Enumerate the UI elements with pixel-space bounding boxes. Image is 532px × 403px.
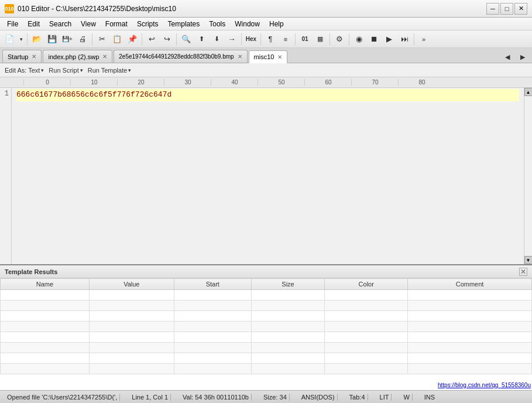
cell-3-4 bbox=[325, 322, 408, 332]
table-header-row: Name Value Start Size Color Comment bbox=[1, 279, 532, 290]
run-template-label: Run Template bbox=[88, 67, 128, 74]
cell-5-0 bbox=[1, 343, 90, 353]
minimize-button[interactable]: ─ bbox=[486, 3, 499, 15]
more-button[interactable]: » bbox=[417, 32, 431, 46]
copy-button[interactable]: 📋 bbox=[110, 32, 124, 46]
cell-6-0 bbox=[1, 353, 90, 364]
record-button[interactable]: ◉ bbox=[352, 32, 366, 46]
run-button[interactable]: ▶ bbox=[382, 32, 396, 46]
tab-misc10-close[interactable]: ✕ bbox=[277, 54, 282, 60]
print-button[interactable]: 🖨 bbox=[75, 32, 90, 46]
toolbar-sep-1 bbox=[27, 33, 28, 45]
toolbar-sep-3 bbox=[142, 33, 142, 45]
template-results-panel: Template Results ✕ Name Value Start Size… bbox=[0, 264, 532, 390]
edit-as-dropdown[interactable]: Edit As: Text ▾ bbox=[5, 67, 44, 74]
save-button[interactable]: 💾 bbox=[45, 32, 59, 46]
scroll-up-button[interactable]: ▲ bbox=[524, 88, 533, 96]
code-area[interactable]: 666c61677b68656c6c6f5f776f726c647d bbox=[12, 88, 524, 264]
cell-1-0 bbox=[1, 300, 90, 311]
paste-button[interactable]: 📌 bbox=[125, 32, 139, 46]
maximize-button[interactable]: □ bbox=[500, 3, 513, 15]
title-bar-controls: ─ □ ✕ bbox=[486, 3, 527, 15]
cell-6-3 bbox=[251, 353, 325, 364]
tab-misc10-label: misc10 bbox=[254, 53, 274, 60]
step-button[interactable]: ⏭ bbox=[397, 32, 411, 46]
tab-misc10[interactable]: misc10 ✕ bbox=[249, 50, 288, 63]
menu-scripts[interactable]: Scripts bbox=[132, 19, 163, 29]
menu-format[interactable]: Format bbox=[101, 19, 132, 29]
menu-search[interactable]: Search bbox=[44, 19, 76, 29]
find-prev-button[interactable]: ⬆ bbox=[194, 32, 208, 46]
code-line-1: 666c61677b68656c6c6f5f776f726c647d bbox=[16, 89, 519, 101]
tab-bmp[interactable]: 2e5e19744c644912928eddc882f3b0b9.bmp ✕ bbox=[114, 50, 247, 63]
cell-2-4 bbox=[325, 311, 408, 322]
settings-button[interactable]: ⚙ bbox=[332, 32, 346, 46]
tab-indexphp-label: index.php (2).swp bbox=[48, 53, 99, 60]
redo-button[interactable]: ↪ bbox=[160, 32, 174, 46]
watermark: https://blog.csdn.net/qq_51558360u bbox=[437, 381, 532, 389]
menu-templates[interactable]: Templates bbox=[163, 19, 205, 29]
tab-startup-close[interactable]: ✕ bbox=[32, 53, 36, 60]
tab-startup[interactable]: Startup ✕ bbox=[2, 50, 42, 63]
tab-bmp-close[interactable]: ✕ bbox=[238, 53, 242, 60]
menu-file[interactable]: File bbox=[2, 19, 23, 29]
tab-scroll-left[interactable]: ◀ bbox=[500, 51, 514, 63]
menu-edit[interactable]: Edit bbox=[23, 19, 44, 29]
new-button[interactable]: 📄 bbox=[2, 32, 16, 46]
cut-button[interactable]: ✂ bbox=[95, 32, 109, 46]
code-text-1: 666c61677b68656c6c6f5f776f726c647d bbox=[16, 89, 171, 101]
undo-button[interactable]: ↩ bbox=[145, 32, 159, 46]
new-dropdown-button[interactable]: ▾ bbox=[18, 32, 25, 46]
scroll-down-button[interactable]: ▼ bbox=[524, 256, 533, 264]
binary-button[interactable]: 01 bbox=[298, 32, 312, 46]
grid-button[interactable]: ▦ bbox=[313, 32, 327, 46]
find-button[interactable]: 🔍 bbox=[179, 32, 193, 46]
menu-view[interactable]: View bbox=[76, 19, 101, 29]
ruler-60: 60 bbox=[304, 79, 351, 86]
run-script-dropdown[interactable]: Run Script ▾ bbox=[49, 67, 83, 74]
whitespace-button[interactable]: ¶ bbox=[263, 32, 277, 46]
close-button[interactable]: ✕ bbox=[514, 3, 527, 15]
ruler-numbers: 0 10 20 30 40 50 60 70 80 bbox=[12, 79, 532, 86]
cell-7-5 bbox=[408, 364, 532, 374]
edit-as-label: Edit As: Text bbox=[5, 67, 40, 74]
save-all-button[interactable]: 💾+ bbox=[60, 32, 74, 46]
wordwrap-button[interactable]: ≡ bbox=[279, 32, 293, 46]
table-row bbox=[1, 364, 532, 374]
tab-indexphp[interactable]: index.php (2).swp ✕ bbox=[43, 50, 112, 63]
find-next-button[interactable]: ⬇ bbox=[210, 32, 224, 46]
cell-4-3 bbox=[251, 332, 325, 343]
menu-window[interactable]: Window bbox=[230, 19, 265, 29]
tab-bar: Startup ✕ index.php (2).swp ✕ 2e5e19744c… bbox=[0, 48, 532, 63]
open-button[interactable]: 📂 bbox=[30, 32, 44, 46]
status-bar: Opened file 'C:\Users\2214347255\D(', Li… bbox=[0, 390, 532, 403]
sub-toolbar: Edit As: Text ▾ Run Script ▾ Run Templat… bbox=[0, 63, 532, 77]
title-bar-left: 010 010 Editor - C:\Users\2214347255\Des… bbox=[5, 4, 176, 13]
status-size: Size: 34 bbox=[261, 394, 290, 401]
cell-0-0 bbox=[1, 290, 90, 300]
table-row bbox=[1, 311, 532, 322]
panel-close-button[interactable]: ✕ bbox=[519, 268, 527, 276]
vertical-scrollbar[interactable]: ▲ ▼ bbox=[524, 88, 532, 264]
cell-5-2 bbox=[174, 343, 251, 353]
toolbar-sep-2 bbox=[92, 33, 92, 45]
stop-button[interactable]: ⏹ bbox=[367, 32, 381, 46]
results-table-scroll[interactable]: Name Value Start Size Color Comment bbox=[0, 278, 532, 376]
cell-7-3 bbox=[251, 364, 325, 374]
status-lit: LIT bbox=[377, 394, 392, 401]
menu-help[interactable]: Help bbox=[265, 19, 289, 29]
cell-2-2 bbox=[174, 311, 251, 322]
editor-content[interactable]: 1 666c61677b68656c6c6f5f776f726c647d ▲ ▼ bbox=[0, 88, 532, 264]
line-numbers: 1 bbox=[0, 88, 12, 264]
cell-6-4 bbox=[325, 353, 408, 364]
cell-7-0 bbox=[1, 364, 90, 374]
tab-indexphp-close[interactable]: ✕ bbox=[102, 53, 107, 60]
goto-button[interactable]: → bbox=[225, 32, 239, 46]
tab-startup-label: Startup bbox=[8, 53, 28, 60]
status-encoding: ANSI(DOS) bbox=[299, 394, 338, 401]
run-template-dropdown[interactable]: Run Template ▾ bbox=[88, 67, 132, 74]
hex-toggle-button[interactable]: Hex bbox=[244, 32, 258, 46]
cell-5-3 bbox=[251, 343, 325, 353]
tab-scroll-right[interactable]: ▶ bbox=[516, 51, 530, 63]
menu-tools[interactable]: Tools bbox=[204, 19, 230, 29]
